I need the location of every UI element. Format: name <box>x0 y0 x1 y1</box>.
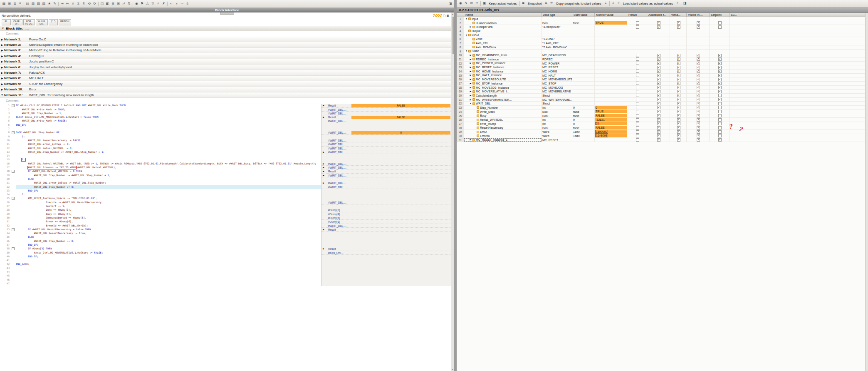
retain-checkbox[interactable] <box>636 114 639 117</box>
start-value-cell[interactable]: 16#0 <box>572 134 595 138</box>
chevron-right-icon[interactable]: ▶ <box>0 77 4 80</box>
code-line[interactable]: END_IF; <box>16 123 321 127</box>
name-cell[interactable]: Write_Mark <box>464 110 542 114</box>
monitor-value[interactable]: 0 <box>351 131 450 134</box>
load-start-down-icon[interactable]: ⇩ <box>611 1 616 6</box>
accessible-checkbox[interactable]: ✓ <box>657 134 660 137</box>
code-line[interactable]: Done => #Dumy[3], <box>16 208 321 212</box>
code-line[interactable]: CommandAborted => #Dumy[5], <box>16 216 321 220</box>
table-row[interactable]: 30ErrornoWord16#016#8093✓✓✓ <box>457 134 868 138</box>
writable-checkbox[interactable]: ✓ <box>677 134 680 137</box>
visible-checkbox[interactable]: ✓ <box>697 78 700 81</box>
datatype-cell[interactable] <box>542 50 572 53</box>
network-row[interactable]: ▶Network 1:PowerOn.C <box>0 37 451 42</box>
datatype-cell[interactable]: "1.Axis_Ctrl" <box>542 41 572 45</box>
split-editor-icon[interactable]: ◫ <box>99 1 105 7</box>
snapshot-button[interactable]: Snapshot <box>526 1 544 7</box>
load-start-up-icon[interactable]: ⇧ <box>616 1 621 6</box>
table-row[interactable]: 19▶MC_MOVERELATIVE_I...MC_MOVERELATIVE✓✓… <box>457 90 868 94</box>
retain-checkbox[interactable] <box>636 82 639 85</box>
retain-checkbox[interactable] <box>636 66 639 69</box>
code-line[interactable]: Execute := #WRIT_DBL.ResartNeccersary, <box>16 201 321 204</box>
name-cell[interactable]: ▼Static <box>464 50 542 53</box>
name-cell[interactable]: ▶MC_GEARINPOS_Insta... <box>464 53 542 57</box>
accessible-checkbox[interactable]: ✓ <box>657 106 660 109</box>
code-line[interactable]: #WRIT_DBL.Write_Mark := TRUE; <box>16 108 321 112</box>
chevron-right-icon[interactable]: ▶ <box>0 66 4 69</box>
copy-arrow-icon[interactable]: ⇣ <box>603 1 608 6</box>
chevron-right-icon[interactable]: ▶ <box>0 38 4 41</box>
insert-network-icon[interactable]: ▦ <box>1 1 7 7</box>
snippet-button[interactable]: WHILE..DO.. <box>36 19 47 25</box>
cross-reference-icon[interactable]: ◑ <box>174 1 179 7</box>
table-row[interactable]: 14▶MC_HOME_InstanceMC_HOME✓✓✓✓ <box>457 70 868 74</box>
accessible-checkbox[interactable]: ✓ <box>657 122 660 125</box>
monitor-name[interactable]: #Dumy[6] <box>328 220 340 224</box>
writable-checkbox[interactable]: ✓ <box>677 57 680 61</box>
accessible-checkbox[interactable]: ✓ <box>657 21 660 25</box>
table-row[interactable]: 29ErrIDWord16#016#0000✓✓✓ <box>457 130 868 134</box>
writable-checkbox[interactable]: ✓ <box>677 122 680 125</box>
datatype-cell[interactable]: Int <box>542 122 572 126</box>
network11-comment[interactable]: Comment <box>0 98 451 104</box>
start-value-cell[interactable] <box>572 98 595 102</box>
start-value-cell[interactable] <box>572 33 595 37</box>
name-cell[interactable]: Step_Number <box>464 106 542 110</box>
table-row[interactable]: 11▶RDREC_InstanceRDREC✓✓✓✓ <box>457 57 868 62</box>
syntax-check-icon[interactable]: ✓ <box>156 1 161 7</box>
writable-checkbox[interactable]: ✓ <box>677 130 680 134</box>
monitor-value-icon[interactable]: ◉ <box>458 1 463 6</box>
datatype-cell[interactable]: "2.Axis_ROMData" <box>542 45 572 49</box>
setpoint-checkbox[interactable]: ✓ <box>718 98 722 101</box>
visible-checkbox[interactable]: ✓ <box>697 82 700 85</box>
start-value-cell[interactable] <box>572 50 595 53</box>
chevron-right-icon[interactable]: ▶ <box>469 57 472 61</box>
network-row[interactable]: ▶Network 7:FalutsACK <box>0 70 451 75</box>
monitor-name[interactable]: #WRIT_DBL.... <box>328 150 346 154</box>
datatype-cell[interactable] <box>542 33 572 37</box>
code-line[interactable]: IF #WRIT_DBL.Retval_WRITDBL = 0 THEN <box>16 169 321 173</box>
load-start-values-as-actual-values-button[interactable]: Load start values as actual values <box>621 1 675 7</box>
scroll-up-icon[interactable]: ▲ <box>451 13 454 15</box>
retain-checkbox[interactable] <box>636 102 639 105</box>
code-line[interactable]: #WRIT_DBL.error_inStep := #WRIT_DBL.Step… <box>16 181 321 185</box>
datatype-cell[interactable]: Word <box>542 134 572 138</box>
start-value-cell[interactable] <box>572 65 595 69</box>
start-value-cell[interactable] <box>572 25 595 29</box>
scroll-down-icon[interactable]: ▼ <box>451 368 454 371</box>
insert-for-block-icon[interactable]: ▧ <box>36 1 41 7</box>
monitor-value-cell[interactable]: 16#8093 <box>595 134 627 138</box>
code-line[interactable] <box>16 270 321 274</box>
visible-checkbox[interactable]: ✓ <box>697 25 700 29</box>
column-header-visible-in-[interactable]: Visible in ... <box>687 13 710 17</box>
visible-checkbox[interactable]: ✓ <box>697 138 700 142</box>
code-line[interactable] <box>16 127 321 131</box>
monitor-value-cell[interactable]: 2 <box>595 122 627 126</box>
monitor-value-cell[interactable] <box>595 37 627 41</box>
retain-checkbox[interactable] <box>636 134 639 137</box>
network-row[interactable]: ▼Network 11:WRIT_DBL :for teaching new m… <box>0 92 451 98</box>
table-row[interactable]: 17▶MC_STOP_InstanceMC_STOP✓✓✓✓ <box>457 82 868 86</box>
datatype-cell[interactable]: MC_GEARINPOS <box>542 53 572 57</box>
datatype-cell[interactable]: MC_HALT <box>542 74 572 77</box>
monitor-value[interactable]: FALSE <box>351 116 450 119</box>
retain-checkbox[interactable] <box>636 90 639 93</box>
monitor-value-cell[interactable] <box>595 25 627 29</box>
writable-checkbox[interactable]: ✓ <box>677 21 680 25</box>
datatype-cell[interactable] <box>542 29 572 33</box>
retain-checkbox[interactable] <box>636 57 639 61</box>
chevron-right-icon[interactable]: ▶ <box>469 70 472 73</box>
insert-case-block-icon[interactable]: ▥ <box>30 1 36 7</box>
compare-icon[interactable]: ◐ <box>168 1 174 7</box>
accessible-checkbox[interactable]: ✓ <box>657 25 660 29</box>
setpoint-checkbox[interactable] <box>718 102 722 105</box>
copy-snapshot-up-icon[interactable]: ⇈ <box>549 1 554 6</box>
name-cell[interactable]: i.HandCondition <box>464 21 542 25</box>
name-cell[interactable]: ErrID <box>464 130 542 134</box>
indent-right-icon[interactable]: ⇥ <box>59 1 65 7</box>
code-line[interactable]: #WRIT_DBL.Step_Number := 0; <box>16 185 321 189</box>
writable-checkbox[interactable]: ✓ <box>677 114 680 117</box>
code-line[interactable]: ELSE <box>16 235 321 239</box>
retain-checkbox[interactable] <box>636 62 639 65</box>
column-header-monitor-value[interactable]: Monitor value <box>595 13 627 17</box>
